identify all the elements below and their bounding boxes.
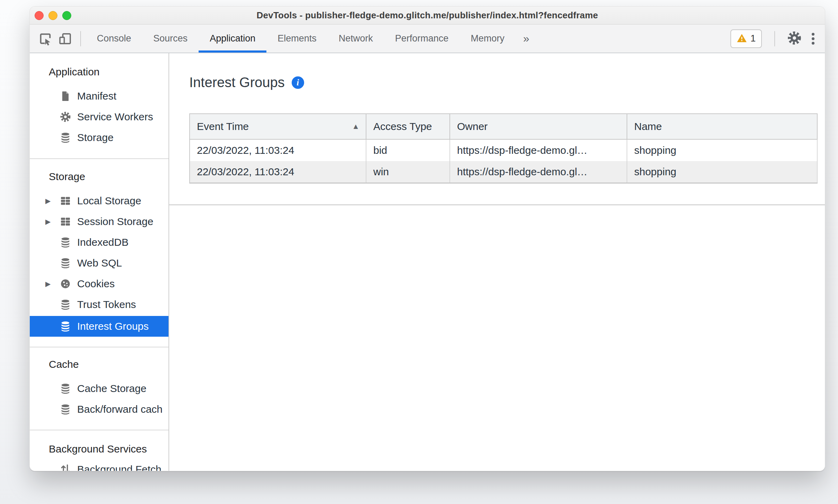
sidebar-item-cookies[interactable]: ▶ Cookies (30, 273, 168, 294)
section-header-cache: Cache (30, 354, 168, 375)
tree-property-row[interactable]: expirationTime: 1650538216.837188 (169, 292, 825, 309)
tree-root-row[interactable]: ▼{ownerOrigin: "https://dsp-fledge-demo.… (169, 209, 825, 226)
file-icon (59, 90, 72, 102)
tab-elements[interactable]: Elements (266, 25, 328, 53)
tab-console[interactable]: Console (86, 25, 142, 53)
issues-warning-badge[interactable]: 1 (730, 29, 762, 48)
sidebar-item-label: Web SQL (77, 257, 122, 269)
settings-gear-icon[interactable] (787, 30, 802, 47)
sidebar-item-session-storage[interactable]: ▶ Session Storage (30, 211, 168, 232)
info-icon[interactable]: i (292, 76, 304, 89)
cell-access-type: win (366, 161, 450, 183)
interest-groups-table: Event Time ▲ Access Type Owner Name 22/0… (189, 113, 818, 184)
database-icon (59, 131, 72, 144)
table-icon (59, 195, 72, 207)
tree-property-row[interactable]: ▼trustedBiddingSignalsKeys: ["key1", "ke… (169, 359, 825, 375)
panel-divider (169, 204, 825, 205)
column-label: Name (634, 121, 662, 132)
sidebar-item-local-storage[interactable]: ▶ Local Storage (30, 190, 168, 211)
sidebar-item-label: Storage (77, 132, 113, 143)
tree-property-row[interactable]: userBiddingSignals: "{\"user_bidding_sig… (169, 442, 825, 458)
sidebar-item-label: IndexedDB (77, 236, 128, 248)
minimize-window-button[interactable] (48, 11, 57, 20)
sidebar-item-web-sql[interactable]: Web SQL (30, 253, 168, 273)
column-label: Owner (457, 121, 488, 132)
tab-sources[interactable]: Sources (142, 25, 199, 53)
tab-performance[interactable]: Performance (384, 25, 460, 53)
column-header-name[interactable]: Name (627, 114, 817, 139)
more-tabs-icon[interactable]: » (516, 25, 537, 53)
sidebar-item-label: Back/forward cach (77, 403, 163, 415)
section-divider (30, 430, 168, 430)
column-header-owner[interactable]: Owner (450, 114, 627, 139)
database-icon (59, 298, 72, 311)
interest-group-json-tree: ▼{ownerOrigin: "https://dsp-fledge-demo.… (169, 209, 825, 471)
database-icon (59, 320, 72, 333)
section-divider (30, 158, 168, 159)
window-title: DevTools - publisher-fledge-demo.glitch.… (257, 10, 598, 21)
tab-memory[interactable]: Memory (459, 25, 516, 53)
sidebar-item-interest-groups[interactable]: Interest Groups (30, 316, 168, 337)
database-icon (59, 257, 72, 269)
interest-groups-panel: Interest Groups i Event Time ▲ Access Ty… (169, 53, 825, 471)
panel-tabs: Console Sources Application Elements Net… (86, 25, 537, 53)
sidebar-item-manifest[interactable]: Manifest (30, 86, 168, 106)
sort-ascending-icon: ▲ (352, 122, 359, 131)
cell-owner: https://dsp-fledge-demo.gl… (450, 139, 627, 161)
sidebar-item-label: Cookies (77, 278, 115, 290)
database-icon (59, 403, 72, 416)
titlebar[interactable]: DevTools - publisher-fledge-demo.glitch.… (30, 7, 825, 25)
tab-application[interactable]: Application (199, 25, 266, 53)
tree-property-row[interactable]: ▼ads: [{renderUrl: "https://shopping-fle… (169, 243, 825, 259)
tree-property-row[interactable]: joiningOrigin: "https://shopping-fledge-… (169, 309, 825, 326)
warning-triangle-icon (737, 33, 747, 45)
sidebar-item-indexeddb[interactable]: IndexedDB (30, 232, 168, 253)
inspect-element-icon[interactable] (35, 25, 55, 53)
cookie-icon (59, 278, 72, 290)
gear-icon (59, 111, 72, 123)
more-options-kebab-icon[interactable] (812, 31, 814, 46)
cell-event-time: 22/03/2022, 11:03:24 (190, 161, 366, 183)
tree-property-row[interactable]: ownerOrigin: "https://dsp-fledge-demo.gl… (169, 342, 825, 359)
desktop-background: DevTools - publisher-fledge-demo.glitch.… (0, 0, 838, 504)
device-toolbar-icon[interactable] (55, 25, 75, 53)
column-header-event-time[interactable]: Event Time ▲ (190, 114, 366, 139)
section-divider (30, 347, 168, 347)
sidebar-item-background-fetch[interactable]: Background Fetch (30, 459, 168, 471)
table-icon (59, 215, 72, 228)
sidebar-item-label: Manifest (77, 90, 116, 102)
tree-property-row[interactable]: updateUrl: "https://dsp-fledge-demo.glit… (169, 425, 825, 442)
tree-property-row[interactable]: 1: "key2" (169, 392, 825, 409)
tree-property-row[interactable]: ▶0: {renderUrl: "https://shopping-fledge… (169, 259, 825, 276)
column-label: Access Type (373, 121, 432, 132)
tree-property-row[interactable]: biddingUrl: "https://dsp-fledge-demo.gli… (169, 276, 825, 292)
maximize-window-button[interactable] (62, 11, 71, 20)
section-header-storage: Storage (30, 166, 168, 187)
expand-arrow-icon[interactable]: ▶ (45, 280, 59, 288)
sidebar-item-service-workers[interactable]: Service Workers (30, 106, 168, 127)
column-header-access-type[interactable]: Access Type (366, 114, 450, 139)
sidebar-item-back-forward-cache[interactable]: Back/forward cach (30, 399, 168, 420)
close-window-button[interactable] (35, 11, 44, 20)
sidebar-item-cache-storage[interactable]: Cache Storage (30, 378, 168, 399)
sidebar-item-storage[interactable]: Storage (30, 127, 168, 148)
tree-property-row[interactable]: name: "shopping" (169, 326, 825, 342)
cell-event-time: 22/03/2022, 11:03:24 (190, 139, 366, 161)
devtools-toolbar: Console Sources Application Elements Net… (30, 25, 825, 53)
expand-arrow-icon[interactable]: ▶ (45, 217, 59, 226)
table-header-row: Event Time ▲ Access Type Owner Name (190, 114, 817, 139)
cell-access-type: bid (366, 139, 450, 161)
expand-arrow-icon[interactable]: ▶ (45, 197, 59, 205)
sidebar-item-trust-tokens[interactable]: Trust Tokens (30, 294, 168, 315)
table-row[interactable]: 22/03/2022, 11:03:24 bid https://dsp-fle… (190, 139, 817, 161)
table-row[interactable]: 22/03/2022, 11:03:24 win https://dsp-fle… (190, 161, 817, 183)
tab-network[interactable]: Network (328, 25, 384, 53)
section-header-application: Application (30, 62, 168, 82)
tree-property-row[interactable]: trustedBiddingSignalsUrl: "https://dsp-f… (169, 409, 825, 425)
database-icon (59, 236, 72, 249)
tree-property-row[interactable]: adComponents: [] (169, 226, 825, 243)
application-sidebar: Application Manifest Service Workers (30, 53, 169, 471)
cell-name: shopping (627, 161, 817, 183)
tree-property-row[interactable]: 0: "key1" (169, 375, 825, 392)
sidebar-item-label: Trust Tokens (77, 299, 136, 310)
